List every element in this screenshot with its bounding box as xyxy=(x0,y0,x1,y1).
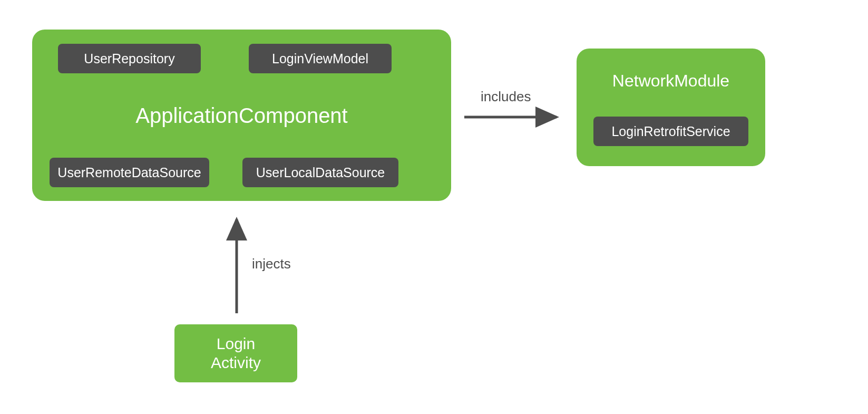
user-local-data-source-chip: UserLocalDataSource xyxy=(242,158,398,187)
injects-label-text: injects xyxy=(252,256,291,272)
application-component-title: ApplicationComponent xyxy=(32,104,451,128)
includes-label: includes xyxy=(481,89,531,105)
login-activity-box: Login Activity xyxy=(174,324,297,382)
includes-label-text: includes xyxy=(481,89,531,104)
login-retrofit-service-chip: LoginRetrofitService xyxy=(593,117,748,146)
user-remote-data-source-chip: UserRemoteDataSource xyxy=(50,158,209,187)
login-view-model-label: LoginViewModel xyxy=(272,51,368,66)
user-local-data-source-label: UserLocalDataSource xyxy=(256,165,385,180)
user-repository-label: UserRepository xyxy=(84,51,174,66)
login-activity-line2: Activity xyxy=(211,354,261,371)
login-view-model-chip: LoginViewModel xyxy=(249,44,392,73)
injects-label: injects xyxy=(252,256,291,272)
user-repository-chip: UserRepository xyxy=(58,44,201,73)
user-remote-data-source-label: UserRemoteDataSource xyxy=(57,165,201,180)
includes-arrow-icon xyxy=(464,111,564,127)
login-activity-line1: Login xyxy=(217,335,255,352)
login-activity-text: Login Activity xyxy=(211,334,261,372)
network-module-box xyxy=(577,49,765,166)
application-component-title-text: ApplicationComponent xyxy=(135,104,347,127)
network-module-title: NetworkModule xyxy=(577,71,765,91)
login-retrofit-service-label: LoginRetrofitService xyxy=(611,124,730,139)
injects-arrow-icon xyxy=(230,213,246,319)
network-module-title-text: NetworkModule xyxy=(612,71,729,90)
